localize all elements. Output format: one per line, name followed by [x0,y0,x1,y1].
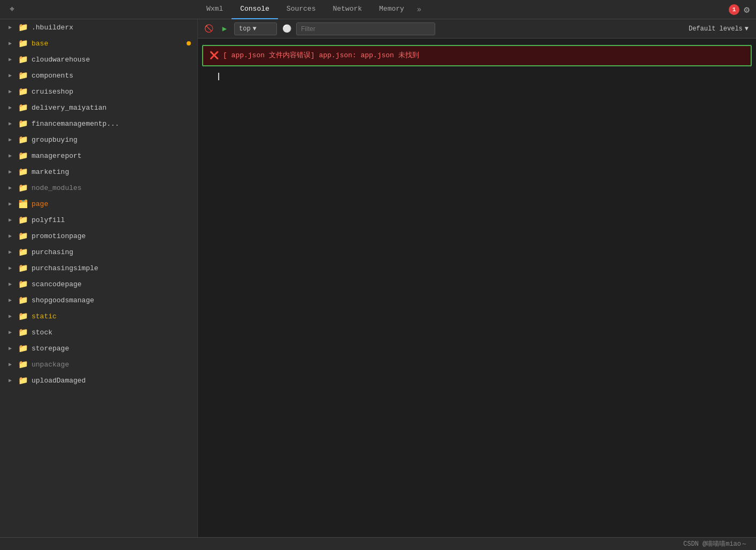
folder-name: shopgoodsmanage [32,296,94,304]
dot-badge [187,41,191,45]
folder-name: marketing [32,168,69,176]
sidebar-item[interactable]: ▶📁unpackage [0,356,197,372]
sidebar-item[interactable]: ▶🗂️page [0,196,197,212]
sidebar-item[interactable]: ▶📁uploadDamaged [0,372,197,388]
sidebar-item[interactable]: ▶📁cruiseshop [0,83,197,100]
clear-console-button[interactable]: 🚫 [202,22,215,35]
cursor-blink [218,73,219,80]
settings-icon[interactable]: ⚙ [744,4,750,16]
sidebar-item[interactable]: ▶📁node_modules [0,180,197,196]
folder-icon: 📁 [18,55,28,65]
error-row: ❌ [ app.json 文件内容错误] app.json: app.json … [202,45,752,66]
folder-name: storepage [32,345,69,353]
tab-bar-right: Wxml Console Sources Network Memory » 1 … [198,0,756,19]
folder-name: unpackage [32,361,69,369]
sidebar-item[interactable]: ▶📁groupbuying [0,132,197,148]
console-input-line [198,71,756,82]
folder-icon: 📁 [18,135,28,145]
folder-name: cruiseshop [32,88,73,96]
more-tabs-icon[interactable]: » [413,3,426,16]
console-toolbar: 🚫 ▶ top ▼ ⚪ Default levels ▼ [198,19,756,39]
error-icon: ❌ [210,51,219,60]
chevron-icon: ▶ [9,249,15,255]
tab-bar: ⌖ Wxml Console Sources Network Memory » … [0,0,756,19]
folder-name: static [32,312,57,320]
sidebar-item[interactable]: ▶📁storepage [0,340,197,356]
chevron-icon: ▶ [9,281,15,287]
folder-icon: 🗂️ [18,199,28,209]
folder-name: stock [32,329,52,337]
chevron-icon: ▶ [9,265,15,271]
folder-name: base [32,40,48,48]
chevron-icon: ▶ [9,377,15,384]
default-levels-dropdown[interactable]: Default levels ▼ [685,24,752,34]
folder-icon: 📁 [18,39,28,49]
sidebar-item[interactable]: ▶📁cloudwarehouse [0,51,197,67]
folder-icon: 📁 [18,247,28,257]
sidebar-item[interactable]: ▶📁static [0,308,197,324]
toggle-button[interactable]: ⚪ [280,22,293,35]
chevron-icon: ▶ [9,345,15,352]
chevron-icon: ▶ [9,152,15,159]
sidebar-item[interactable]: ▶📁components [0,67,197,83]
chevron-icon: ▶ [9,88,15,95]
sidebar-item[interactable]: ▶📁.hbuilderx [0,19,197,35]
tab-memory[interactable]: Memory [371,0,413,19]
sidebar-item[interactable]: ▶📁marketing [0,164,197,180]
chevron-icon: ▶ [9,24,15,30]
console-panel: 🚫 ▶ top ▼ ⚪ Default levels ▼ ❌ [ app.jso… [198,19,756,537]
run-button[interactable]: ▶ [218,22,231,35]
chevron-icon: ▶ [9,56,15,63]
tab-network[interactable]: Network [324,0,371,19]
folder-name: promotionpage [32,232,86,240]
tab-console[interactable]: Console [232,0,278,19]
tab-wxml[interactable]: Wxml [198,0,232,19]
folder-icon: 📁 [18,119,28,129]
sidebar-item[interactable]: ▶📁stock [0,324,197,340]
default-levels-chevron: ▼ [745,25,749,33]
folder-icon: 📁 [18,151,28,161]
folder-name: groupbuying [32,136,78,144]
context-selector[interactable]: top ▼ [234,22,277,35]
folder-icon: 📁 [18,279,28,289]
sidebar-item[interactable]: ▶📁financemanagementp... [0,116,197,132]
error-message-text: [ app.json 文件内容错误] app.json: app.json 未找… [223,50,419,61]
folder-name: page [32,200,48,208]
folder-name: .hbuilderx [32,24,73,32]
chevron-icon: ▶ [9,297,15,303]
console-content: ❌ [ app.json 文件内容错误] app.json: app.json … [198,39,756,537]
sidebar-item[interactable]: ▶📁purchasingsimple [0,260,197,276]
chevron-icon: ▶ [9,136,15,143]
folder-icon: 📁 [18,87,28,97]
cursor-icon[interactable]: ⌖ [4,2,19,17]
folder-name: cloudwarehouse [32,56,90,64]
chevron-icon: ▶ [9,329,15,335]
sidebar-item[interactable]: ▶📁polyfill [0,212,197,228]
main-area: ▶📁.hbuilderx▶📁base▶📁cloudwarehouse▶📁comp… [0,19,756,537]
folder-name: scancodepage [32,280,82,288]
sidebar-item[interactable]: ▶📁shopgoodsmanage [0,292,197,308]
folder-icon: 📁 [18,376,28,386]
filter-input[interactable] [296,22,435,35]
folder-name: node_modules [32,184,82,192]
sidebar-item[interactable]: ▶📁delivery_maiyatian [0,100,197,116]
folder-icon: 📁 [18,71,28,81]
sidebar-item[interactable]: ▶📁scancodepage [0,276,197,292]
folder-name: purchasing [32,248,73,256]
sidebar-item[interactable]: ▶📁promotionpage [0,228,197,244]
tab-bar-left: ⌖ [0,2,198,17]
sidebar-item[interactable]: ▶📁purchasing [0,244,197,260]
chevron-icon: ▶ [9,313,15,319]
chevron-icon: ▶ [9,72,15,79]
folder-name: polyfill [32,216,65,224]
sidebar-item[interactable]: ▶📁managereport [0,148,197,164]
folder-icon: 📁 [18,231,28,241]
tab-sources[interactable]: Sources [278,0,325,19]
folder-icon: 📁 [18,22,28,33]
chevron-icon: ▶ [9,361,15,368]
sidebar-item[interactable]: ▶📁base [0,35,197,51]
folder-name: financemanagementp... [32,120,119,128]
settings-area: 1 ⚙ [729,4,756,16]
folder-icon: 📁 [18,360,28,370]
folder-name: purchasingsimple [32,264,98,272]
